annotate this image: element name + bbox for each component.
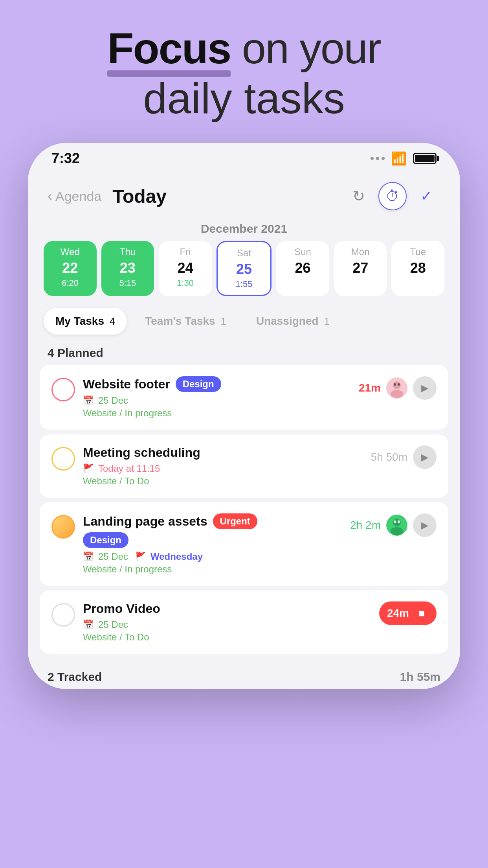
task-date-1: 25 Dec	[98, 395, 128, 406]
svg-point-3	[394, 383, 396, 386]
page-header: Focus on your daily tasks	[107, 24, 380, 123]
tabs-section: My Tasks 4 Team's Tasks 1 Unassigned 1	[28, 304, 460, 342]
phone-frame: 7:32 📶 ‹ Agenda Today	[28, 143, 460, 689]
task-wednesday-3: Wednesday	[150, 551, 203, 562]
task-time-2: 5h 50m	[371, 451, 407, 463]
stop-button-4[interactable]: ■	[415, 606, 429, 620]
header-focus-word: Focus	[107, 24, 231, 74]
svg-point-2	[391, 390, 403, 398]
task-checkbox-1[interactable]	[51, 378, 75, 401]
calendar-icon-1: 📅	[83, 395, 94, 406]
task-right-3: 2h 2m ▶	[350, 513, 437, 537]
wifi-icon: 📶	[391, 151, 407, 166]
task-actions-3: 2h 2m ▶	[350, 513, 437, 537]
tab-team-tasks[interactable]: Team's Tasks 1	[133, 308, 238, 335]
planned-header: 4 Planned	[28, 342, 460, 365]
task-checkbox-2[interactable]	[51, 447, 75, 471]
calendar-day-sat[interactable]: Sat 25 1:55	[216, 241, 272, 296]
tab-unassigned[interactable]: Unassigned 1	[244, 308, 341, 335]
planned-title: 4 Planned	[48, 346, 103, 360]
refresh-button[interactable]: ↻	[345, 182, 373, 210]
task-time-1: 21m	[359, 382, 381, 394]
agenda-label[interactable]: Agenda	[55, 189, 101, 204]
calendar-day-mon[interactable]: Mon 27 -	[334, 241, 387, 296]
header-rest: on your	[231, 24, 380, 72]
check-icon: ✓	[420, 188, 432, 204]
dot2	[376, 157, 379, 160]
tracked-section: 2 Tracked 1h 55m	[28, 666, 460, 689]
calendar-icon-3: 📅	[83, 552, 94, 562]
play-button-1[interactable]: ▶	[413, 376, 437, 400]
calendar-day-fri[interactable]: Fri 24 1:30	[159, 241, 212, 296]
task-status-2: Website / To Do	[83, 476, 363, 487]
svg-point-9	[398, 520, 400, 523]
task-time-3: 2h 2m	[350, 519, 381, 531]
task-body-2: Meeting scheduling 🚩 Today at 11:15 Webs…	[83, 445, 363, 487]
phone-notch	[189, 143, 299, 162]
task-right-4: 24m ■	[379, 601, 437, 625]
calendar-days[interactable]: Wed 22 6:20 Thu 23 5:15 Fri 24 1:30	[44, 241, 444, 296]
task-title-1: Website footer	[83, 377, 170, 392]
task-project-4: Website / To Do	[83, 632, 149, 643]
task-body-4: Promo Video 📅 25 Dec Website / To Do	[83, 601, 371, 643]
task-project-2: Website / To Do	[83, 476, 149, 487]
svg-point-8	[394, 520, 396, 523]
calendar-day-wed[interactable]: Wed 22 6:20	[44, 241, 97, 296]
task-date-2: Today at 11:15	[98, 463, 160, 474]
play-button-3[interactable]: ▶	[413, 513, 437, 537]
timer-time-4: 24m	[387, 607, 409, 620]
task-meeting-scheduling[interactable]: Meeting scheduling 🚩 Today at 11:15 Webs…	[40, 434, 448, 498]
task-meta-4: 📅 25 Dec	[83, 619, 371, 630]
play-button-2[interactable]: ▶	[413, 445, 437, 469]
status-icons: 📶	[371, 151, 437, 166]
app-content: ‹ Agenda Today ↻ ⏱ ✓	[28, 174, 460, 689]
task-date-4: 25 Dec	[98, 619, 128, 630]
task-badge-design-3: Design	[83, 532, 128, 548]
task-project-1: Website / In progress	[83, 408, 172, 419]
status-time: 7:32	[51, 150, 80, 167]
status-dots	[371, 157, 385, 160]
task-title-4: Promo Video	[83, 601, 160, 616]
battery-icon	[413, 153, 437, 164]
calendar-day-sun[interactable]: Sun 26 -	[276, 241, 329, 296]
task-badge-design-1: Design	[176, 376, 221, 392]
task-meta-2: 🚩 Today at 11:15	[83, 463, 363, 474]
task-date-3: 25 Dec	[98, 551, 128, 562]
task-title-2: Meeting scheduling	[83, 445, 200, 460]
task-right-1: 21m ▶	[359, 376, 437, 400]
nav-left: ‹ Agenda Today	[48, 186, 167, 207]
timer-button[interactable]: ⏱	[378, 182, 407, 210]
task-checkbox-4[interactable]	[51, 603, 75, 627]
page-title: Today	[112, 186, 167, 207]
timer-icon: ⏱	[385, 188, 400, 204]
task-landing-page[interactable]: Landing page assets Urgent Design 📅 25 D…	[40, 502, 448, 586]
checkmark-button[interactable]: ✓	[412, 182, 440, 210]
back-icon[interactable]: ‹	[48, 188, 52, 204]
tab-my-tasks[interactable]: My Tasks 4	[44, 308, 127, 335]
task-avatar-1	[386, 377, 407, 399]
refresh-icon: ↻	[352, 188, 365, 205]
task-status-3: Website / In progress	[83, 564, 342, 575]
flag-icon-2: 🚩	[83, 463, 94, 474]
task-avatar-3	[386, 515, 407, 536]
calendar-day-thu[interactable]: Thu 23 5:15	[101, 241, 154, 296]
task-promo-video[interactable]: Promo Video 📅 25 Dec Website / To Do 24m	[40, 590, 448, 654]
task-badges-row-3: Design	[83, 532, 342, 548]
task-project-3: Website / In progress	[83, 564, 172, 575]
task-actions-1: 21m ▶	[359, 376, 437, 400]
tracked-title: 2 Tracked	[48, 670, 102, 684]
tabs: My Tasks 4 Team's Tasks 1 Unassigned 1	[44, 308, 444, 335]
task-list-section: 4 Planned Website footer Design 📅 25 Dec	[28, 342, 460, 666]
dot3	[382, 157, 385, 160]
calendar-icon-4: 📅	[83, 620, 94, 630]
status-bar: 7:32 📶	[28, 143, 460, 174]
flag-icon-3: 🚩	[135, 552, 146, 562]
calendar-day-tue[interactable]: Tue 28 -	[391, 241, 444, 296]
task-website-footer[interactable]: Website footer Design 📅 25 Dec Website /…	[40, 365, 448, 430]
calendar-section: December 2021 Wed 22 6:20 Thu 23 5:15	[28, 218, 460, 304]
timer-badge-4[interactable]: 24m ■	[379, 601, 437, 625]
task-checkbox-3[interactable]	[51, 515, 75, 539]
tracked-total-time: 1h 55m	[400, 670, 440, 684]
task-body-3: Landing page assets Urgent Design 📅 25 D…	[83, 513, 342, 575]
header-line2: daily tasks	[107, 74, 380, 123]
